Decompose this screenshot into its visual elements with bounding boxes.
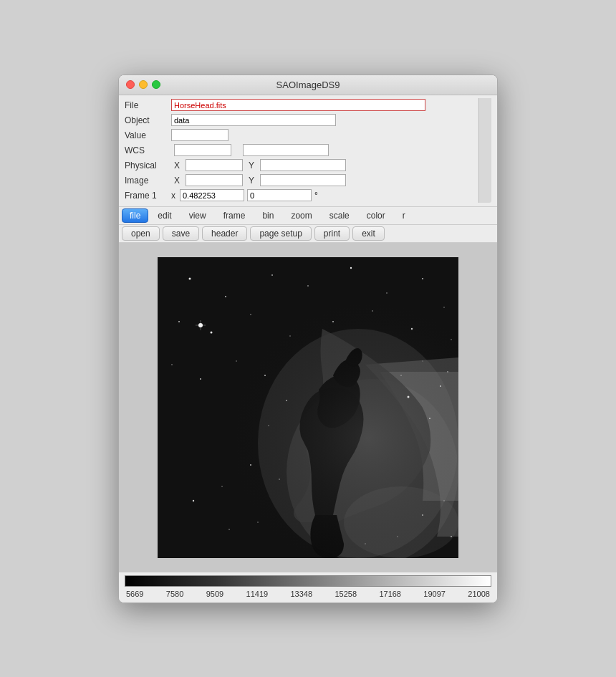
sub-header[interactable]: header [202, 226, 247, 241]
minimize-button[interactable] [139, 80, 148, 89]
object-input[interactable] [171, 114, 336, 126]
image-row: Image X Y [125, 173, 474, 188]
value-label: Value [125, 130, 171, 140]
object-row: Object [125, 113, 474, 128]
physical-label: Physical [125, 160, 171, 171]
sub-menu-bar: open save header page setup print exit [119, 225, 497, 243]
physical-y-label: Y [249, 160, 257, 171]
window-title: SAOImageDS9 [276, 80, 340, 90]
menu-color[interactable]: color [359, 208, 393, 223]
image-area [119, 243, 497, 572]
object-label: Object [125, 115, 171, 125]
colorbar-label-0: 5669 [126, 590, 143, 598]
frame-mid-input[interactable] [247, 189, 312, 201]
colorbar-label-8: 21008 [468, 590, 490, 598]
sub-open[interactable]: open [122, 226, 160, 241]
traffic-lights [126, 80, 160, 89]
image-y-input[interactable] [260, 174, 346, 186]
colorbar-section: 5669 7580 9509 11419 13348 15258 17168 1… [119, 572, 497, 602]
physical-x-label: X [174, 160, 183, 171]
degree-symbol: ° [314, 191, 318, 201]
frame-x-label: x [171, 191, 180, 201]
colorbar-label-6: 17168 [379, 590, 401, 598]
value-input[interactable] [171, 129, 228, 141]
value-row: Value [125, 128, 474, 143]
maximize-button[interactable] [152, 80, 160, 89]
frame-label: Frame 1 [125, 191, 171, 201]
image-x-input[interactable] [186, 174, 243, 186]
menu-bar: file edit view frame bin zoom scale colo… [119, 207, 497, 225]
colorbar-label-2: 9509 [206, 590, 223, 598]
menu-file[interactable]: file [122, 208, 148, 223]
sub-print[interactable]: print [314, 226, 350, 241]
sub-exit[interactable]: exit [352, 226, 385, 241]
title-bar: SAOImageDS9 [119, 75, 497, 95]
image-y-label: Y [249, 176, 257, 186]
physical-y-input[interactable] [260, 159, 346, 171]
close-button[interactable] [126, 80, 135, 89]
colorbar-label-5: 15258 [335, 590, 357, 598]
physical-x-input[interactable] [186, 159, 243, 171]
colorbar-label-3: 11419 [246, 590, 269, 598]
colorbar-label-4: 13348 [290, 590, 312, 598]
wcs-input1[interactable] [174, 144, 231, 156]
frame1-row: Frame 1 x ° [125, 188, 474, 203]
sub-save[interactable]: save [163, 226, 199, 241]
colorbar-label-1: 7580 [166, 590, 183, 598]
image-x-label: X [174, 176, 183, 186]
main-window: SAOImageDS9 File Object Value WCS [118, 75, 498, 603]
wcs-row: WCS [125, 143, 474, 158]
wcs-input2[interactable] [243, 144, 329, 156]
menu-frame[interactable]: frame [216, 208, 254, 223]
file-label: File [125, 100, 171, 110]
fits-image[interactable] [158, 257, 458, 558]
svg-rect-46 [158, 257, 458, 558]
menu-scale[interactable]: scale [322, 208, 357, 223]
colorbar [125, 575, 491, 587]
physical-row: Physical X Y [125, 158, 474, 173]
scrollbar[interactable] [478, 98, 491, 203]
frame-x-input[interactable] [180, 189, 244, 201]
menu-r[interactable]: r [395, 208, 413, 223]
colorbar-label-7: 19097 [423, 590, 446, 598]
menu-bin[interactable]: bin [254, 208, 281, 223]
menu-view[interactable]: view [181, 208, 214, 223]
info-panel: File Object Value WCS Physical [119, 95, 497, 207]
wcs-label: WCS [125, 145, 171, 155]
menu-edit[interactable]: edit [150, 208, 179, 223]
file-row: File [125, 98, 474, 112]
sub-page-setup[interactable]: page setup [250, 226, 311, 241]
image-label: Image [125, 176, 171, 186]
colorbar-labels: 5669 7580 9509 11419 13348 15258 17168 1… [125, 590, 491, 598]
menu-zoom[interactable]: zoom [283, 208, 319, 223]
file-input[interactable] [171, 99, 425, 111]
